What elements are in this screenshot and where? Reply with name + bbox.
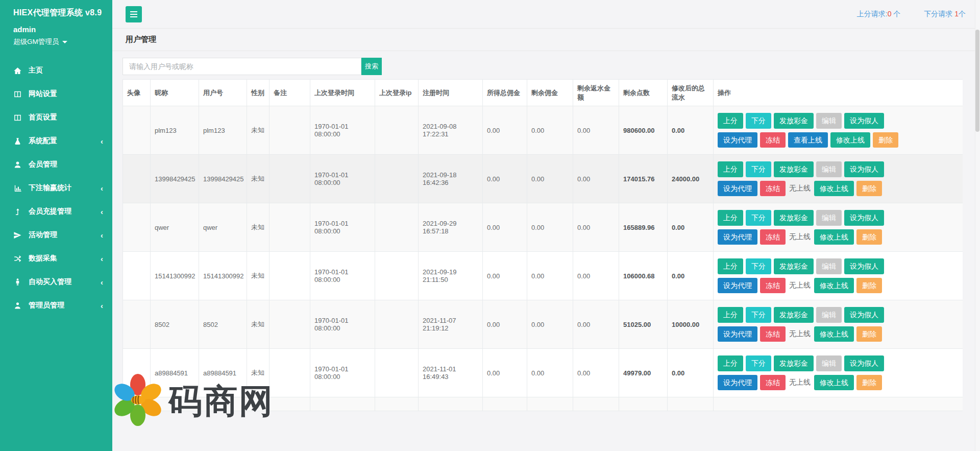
- add-points-button[interactable]: 上分: [718, 307, 743, 322]
- sidebar-item-home[interactable]: 主页: [0, 59, 112, 82]
- table-header-cell: 上次登录时间: [310, 80, 375, 106]
- set-fake-user-button[interactable]: 设为假人: [844, 258, 884, 274]
- grant-bonus-button[interactable]: 发放彩金: [774, 307, 814, 322]
- edit-button[interactable]: 编辑: [816, 113, 842, 128]
- modify-upline-button[interactable]: 修改上线: [814, 181, 854, 196]
- delete-button[interactable]: 删除: [856, 181, 882, 196]
- cell-nickname: 15141300992: [151, 252, 199, 300]
- delete-button[interactable]: 删除: [856, 278, 882, 293]
- no-upline-text: 无上线: [788, 375, 812, 390]
- no-upline-text: 无上线: [788, 181, 812, 196]
- sidebar-item-columns[interactable]: 首页设置: [0, 106, 112, 129]
- set-agent-button[interactable]: 设为代理: [718, 132, 757, 148]
- set-agent-button[interactable]: 设为代理: [718, 278, 757, 293]
- sidebar-item-bar-chart[interactable]: 下注输赢统计‹: [0, 176, 112, 200]
- sidebar-item-user[interactable]: 会员管理: [0, 153, 112, 176]
- sidebar-item-level-up[interactable]: 会员充提管理‹: [0, 200, 112, 223]
- grant-bonus-button[interactable]: 发放彩金: [774, 355, 814, 371]
- delete-button[interactable]: 删除: [856, 375, 882, 390]
- sidebar-item-random[interactable]: 数据采集‹: [0, 247, 112, 270]
- grant-bonus-button[interactable]: 发放彩金: [774, 161, 814, 177]
- cell-avatar: [123, 203, 151, 252]
- table-header-cell: 剩余点数: [619, 80, 668, 106]
- add-points-button[interactable]: 上分: [718, 210, 743, 225]
- up-request-link[interactable]: 上分请求:0 个: [857, 10, 901, 19]
- add-points-button[interactable]: 上分: [718, 355, 743, 371]
- sidebar-item-flask[interactable]: 系统配置‹: [0, 129, 112, 153]
- cell-last-ip: [375, 300, 419, 349]
- action-button-row: 设为代理冻结无上线修改上线删除: [718, 229, 959, 245]
- sidebar-toggle-button[interactable]: [126, 6, 142, 22]
- sidebar-item-male[interactable]: 自动买入管理‹: [0, 270, 112, 294]
- freeze-button[interactable]: 冻结: [760, 375, 786, 390]
- deduct-points-button[interactable]: 下分: [746, 307, 771, 322]
- cell-remain-rebate: 0.00: [573, 300, 619, 349]
- set-fake-user-button[interactable]: 设为假人: [844, 113, 884, 128]
- set-fake-user-button[interactable]: 设为假人: [844, 307, 884, 322]
- freeze-button[interactable]: 冻结: [760, 181, 786, 196]
- edit-button[interactable]: 编辑: [816, 258, 842, 274]
- add-points-button[interactable]: 上分: [718, 113, 743, 128]
- cell-remain-commission: 0.00: [527, 300, 573, 349]
- deduct-points-button[interactable]: 下分: [746, 210, 771, 225]
- app-title: HIEX代理管理系统 v8.9: [0, 0, 112, 18]
- freeze-button[interactable]: 冻结: [760, 229, 786, 245]
- grant-bonus-button[interactable]: 发放彩金: [774, 113, 814, 128]
- sidebar-item-columns[interactable]: 网站设置: [0, 82, 112, 106]
- set-agent-button[interactable]: 设为代理: [718, 375, 757, 390]
- add-points-button[interactable]: 上分: [718, 161, 743, 177]
- cell-reg-time: 2021-09-08 17:22:31: [419, 106, 483, 155]
- modify-upline-button[interactable]: 修改上线: [814, 229, 854, 245]
- delete-button[interactable]: 删除: [873, 132, 898, 148]
- deduct-points-button[interactable]: 下分: [746, 113, 771, 128]
- cell-last-ip: [375, 203, 419, 252]
- down-request-link[interactable]: 下分请求 1个: [924, 10, 966, 19]
- freeze-button[interactable]: 冻结: [760, 132, 786, 148]
- cell-gender: 未知: [247, 155, 270, 203]
- level-up-icon: [13, 207, 22, 216]
- set-agent-button[interactable]: 设为代理: [718, 181, 757, 196]
- deduct-points-button[interactable]: 下分: [746, 355, 771, 371]
- edit-button[interactable]: 编辑: [816, 161, 842, 177]
- add-points-button[interactable]: 上分: [718, 258, 743, 274]
- set-fake-user-button[interactable]: 设为假人: [844, 161, 884, 177]
- action-button-row: 上分下分发放彩金编辑设为假人: [718, 355, 959, 371]
- search-input[interactable]: [122, 58, 361, 75]
- search-button[interactable]: 搜索: [361, 58, 382, 75]
- freeze-button[interactable]: 冻结: [760, 326, 786, 342]
- set-fake-user-button[interactable]: 设为假人: [844, 355, 884, 371]
- set-fake-user-button[interactable]: 设为假人: [844, 210, 884, 225]
- delete-button[interactable]: 删除: [856, 229, 882, 245]
- role-dropdown[interactable]: 超级GM管理员: [0, 34, 112, 46]
- chevron-left-icon: ‹: [101, 231, 103, 239]
- modify-upline-button[interactable]: 修改上线: [814, 326, 854, 342]
- view-upline-button[interactable]: 查看上线: [788, 132, 828, 148]
- sidebar-item-send[interactable]: 活动管理‹: [0, 223, 112, 247]
- down-request-unit: 个: [959, 10, 966, 18]
- scrollbar-thumb[interactable]: [975, 30, 979, 132]
- cell-avatar: [123, 397, 151, 412]
- edit-button[interactable]: 编辑: [816, 307, 842, 322]
- edit-button[interactable]: 编辑: [816, 210, 842, 225]
- deduct-points-button[interactable]: 下分: [746, 258, 771, 274]
- grant-bonus-button[interactable]: 发放彩金: [774, 258, 814, 274]
- freeze-button[interactable]: 冻结: [760, 278, 786, 293]
- modify-upline-button[interactable]: 修改上线: [830, 132, 870, 148]
- cell-gender: 未知: [247, 106, 270, 155]
- table-row: plm123plm123未知1970-01-01 08:00:002021-09…: [123, 106, 963, 155]
- sidebar-item-admin[interactable]: 管理员管理‹: [0, 294, 112, 317]
- modify-upline-button[interactable]: 修改上线: [814, 278, 854, 293]
- set-agent-button[interactable]: 设为代理: [718, 326, 757, 342]
- delete-button[interactable]: 删除: [856, 326, 882, 342]
- male-icon: [13, 278, 22, 287]
- set-agent-button[interactable]: 设为代理: [718, 229, 757, 245]
- cell-last-ip: [375, 155, 419, 203]
- grant-bonus-button[interactable]: 发放彩金: [774, 210, 814, 225]
- columns-icon: [13, 113, 22, 122]
- sidebar-item-label: 活动管理: [29, 230, 57, 240]
- modify-upline-button[interactable]: 修改上线: [814, 375, 854, 390]
- edit-button[interactable]: 编辑: [816, 355, 842, 371]
- action-button-row: 上分下分发放彩金编辑设为假人: [718, 113, 959, 128]
- cell-modified-flow: 10000.00: [668, 300, 714, 349]
- deduct-points-button[interactable]: 下分: [746, 161, 771, 177]
